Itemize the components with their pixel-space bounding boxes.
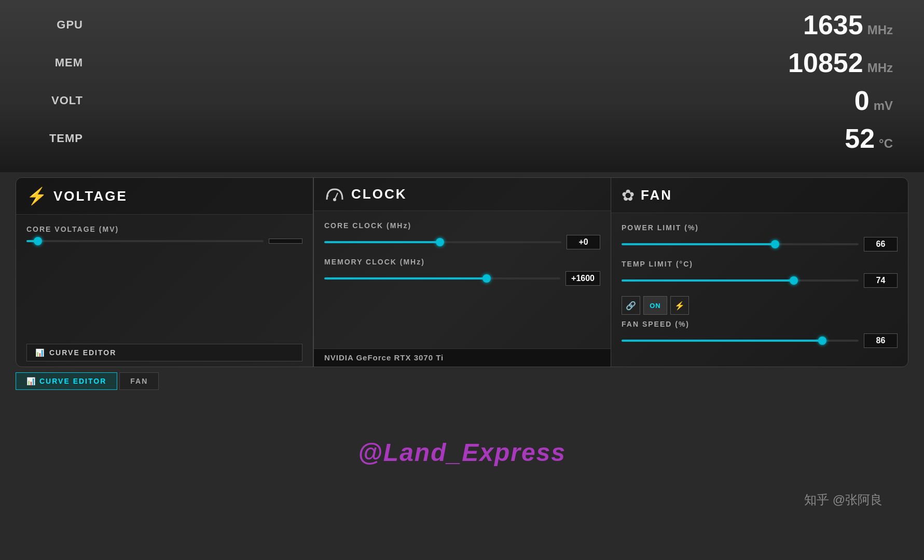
bolt-button[interactable]: ⚡ — [670, 296, 689, 315]
gpu-label: GPU — [31, 18, 83, 32]
link-button[interactable]: 🔗 — [622, 296, 640, 315]
fan-icon: ✿ — [622, 186, 635, 204]
temp-limit-value[interactable]: 74 — [864, 273, 898, 288]
fan-panel-content: POWER LIMIT (%) 66 TEMP LIMIT (°C) 74 — [611, 213, 908, 367]
voltage-panel-header: ⚡ VOLTAGE — [16, 178, 313, 215]
mem-value-box: 10852 MHz — [779, 49, 893, 76]
core-voltage-slider-row — [26, 239, 302, 244]
temp-value-box: 52 °C — [779, 125, 893, 152]
voltage-panel: ⚡ VOLTAGE CORE VOLTAGE (MV) 📊 CURVE EDIT… — [16, 178, 313, 367]
volt-label: VOLT — [31, 94, 83, 107]
clock-panel-header: CLOCK — [314, 178, 611, 211]
power-limit-label: POWER LIMIT (%) — [622, 223, 898, 232]
core-voltage-value[interactable] — [269, 239, 302, 244]
curve-editor-tab[interactable]: 📊 CURVE EDITOR — [16, 372, 117, 390]
memory-clock-slider-row: +1600 — [324, 271, 600, 286]
gpu-value-box: 1635 MHz — [779, 11, 893, 38]
mem-bar-container — [99, 55, 768, 71]
clock-panel-title: CLOCK — [351, 186, 407, 202]
temp-limit-slider-row: 74 — [622, 273, 898, 288]
voltage-panel-title: VOLTAGE — [53, 188, 128, 204]
clock-panel-content: CORE CLOCK (MHz) +0 MEMORY CLOCK (MHz) — [314, 211, 611, 348]
on-button[interactable]: ON — [643, 296, 667, 315]
svg-point-0 — [333, 198, 336, 201]
voltage-icon: ⚡ — [26, 186, 47, 206]
bar-chart-tab-icon: 📊 — [26, 377, 36, 385]
core-clock-slider-row: +0 — [324, 235, 600, 249]
fan-panel: ✿ FAN POWER LIMIT (%) 66 TEMP LIMIT (°C) — [611, 178, 908, 367]
mem-label: MEM — [31, 56, 83, 69]
gpu-bar-container — [99, 17, 768, 33]
core-voltage-label: CORE VOLTAGE (MV) — [26, 225, 302, 233]
power-limit-value[interactable]: 66 — [864, 237, 898, 251]
memory-clock-value[interactable]: +1600 — [566, 271, 600, 286]
fan-speed-value[interactable]: 86 — [864, 333, 898, 348]
volt-bar-container — [99, 93, 768, 108]
temp-unit: °C — [879, 136, 893, 151]
memory-clock-label: MEMORY CLOCK (MHz) — [324, 258, 600, 266]
speedometer-icon — [324, 187, 345, 202]
gpu-unit: MHz — [867, 23, 893, 37]
mem-unit: MHz — [867, 61, 893, 75]
clock-panel: CLOCK CORE CLOCK (MHz) +0 MEMORY CLOCK (… — [313, 178, 611, 367]
fan-speed-label: FAN SPEED (%) — [622, 320, 898, 328]
volt-value-box: 0 mV — [779, 87, 893, 114]
gpu-metric-row: GPU 1635 MHz — [31, 10, 893, 39]
volt-value: 0 — [854, 87, 870, 114]
watermark-text: @Land_Express — [358, 438, 566, 467]
temp-bar-container — [99, 131, 768, 146]
temp-limit-label: TEMP LIMIT (°C) — [622, 260, 898, 268]
temp-value: 52 — [845, 125, 875, 152]
gpu-value: 1635 — [803, 11, 863, 38]
mem-metric-row: MEM 10852 MHz — [31, 48, 893, 77]
bottom-control-section: ⚡ VOLTAGE CORE VOLTAGE (MV) 📊 CURVE EDIT… — [16, 177, 908, 367]
temp-metric-row: TEMP 52 °C — [31, 124, 893, 152]
voltage-panel-content: CORE VOLTAGE (MV) — [16, 215, 313, 339]
fan-speed-slider-row: 86 — [622, 333, 898, 348]
curve-editor-button[interactable]: 📊 CURVE EDITOR — [26, 344, 302, 361]
gpu-name-label: NVIDIA GeForce RTX 3070 Ti — [324, 353, 444, 362]
top-metrics-section: GPU 1635 MHz MEM — [0, 0, 924, 172]
zhihu-watermark: 知乎 @张阿良 — [804, 492, 882, 508]
volt-metric-row: VOLT 0 mV — [31, 86, 893, 115]
temp-label: TEMP — [31, 132, 83, 145]
volt-unit: mV — [874, 99, 893, 113]
core-clock-value[interactable]: +0 — [567, 235, 600, 249]
core-clock-label: CORE CLOCK (MHz) — [324, 221, 600, 230]
control-icon-row: 🔗 ON ⚡ — [622, 296, 898, 315]
mem-value: 10852 — [788, 49, 863, 76]
fan-panel-title: FAN — [641, 187, 672, 203]
bottom-tabs-bar: 📊 CURVE EDITOR FAN — [16, 372, 908, 390]
fan-panel-header: ✿ FAN — [611, 178, 908, 213]
power-limit-slider-row: 66 — [622, 237, 898, 251]
bar-chart-icon: 📊 — [35, 348, 45, 357]
fan-tab[interactable]: FAN — [119, 372, 159, 390]
